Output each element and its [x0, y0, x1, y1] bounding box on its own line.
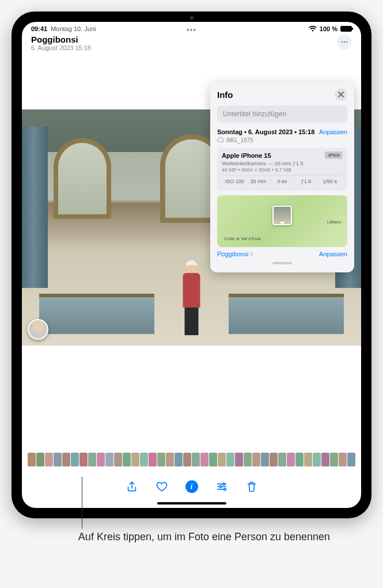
svg-point-1 [344, 41, 345, 43]
info-panel: Info Untertitel hinzufügen Sonntag • 6. … [210, 82, 354, 272]
caption-input[interactable]: Untertitel hinzufügen [217, 105, 347, 123]
thumbnail-strip[interactable] [22, 453, 361, 466]
thumbnail[interactable] [166, 453, 174, 466]
ellipsis-icon [340, 38, 348, 46]
exif-aperture: ƒ1.6 [294, 179, 318, 184]
thumbnail[interactable] [330, 453, 338, 466]
thumbnail[interactable] [226, 453, 234, 466]
favorite-icon[interactable] [156, 480, 168, 493]
location-link[interactable]: Poggibonsi [217, 251, 254, 257]
thumbnail[interactable] [54, 453, 62, 466]
resolution-info: 48 MP • 8064 × 6048 • 9,7 MB [222, 167, 343, 173]
callout-text: Auf Kreis tippen, um im Foto eine Person… [78, 530, 330, 544]
thumbnail[interactable] [287, 453, 295, 466]
status-date: Montag 10. Juni [51, 25, 96, 32]
share-icon[interactable] [126, 480, 138, 493]
callout: Auf Kreis tippen, um im Foto eine Person… [53, 530, 330, 544]
thumbnail[interactable] [244, 453, 252, 466]
photo-decor [39, 294, 154, 334]
svg-point-5 [223, 488, 226, 491]
photo-decor [54, 138, 111, 219]
wifi-icon [309, 26, 317, 32]
thumbnail[interactable] [347, 453, 355, 466]
thumbnail[interactable] [62, 453, 70, 466]
thumbnail[interactable] [28, 453, 36, 466]
thumbnail[interactable] [278, 453, 286, 466]
adjust-location-link[interactable]: Anpassen [319, 251, 347, 257]
exif-focal: 26 mm [247, 179, 270, 184]
thumbnail[interactable] [131, 453, 139, 466]
format-badge: JPEG [325, 151, 343, 159]
photo-header: Poggibonsi 6. August 2023 15:18 [22, 33, 361, 55]
info-button-active[interactable]: i [185, 480, 198, 493]
callout-leader-line [82, 477, 82, 529]
thumbnail[interactable] [218, 453, 226, 466]
battery-icon [340, 26, 352, 32]
map-place-label: Colle di Val d'Elsa [224, 236, 261, 241]
thumbnail[interactable] [321, 453, 329, 466]
location-title: Poggibonsi [31, 35, 91, 44]
photo-decor [22, 127, 48, 288]
thumbnail[interactable] [114, 453, 122, 466]
svg-point-3 [222, 483, 225, 485]
status-bar: 09:41 Montag 10. Juni ••• 100 % [22, 22, 361, 33]
thumbnail[interactable] [105, 453, 113, 466]
thumbnail[interactable] [157, 453, 165, 466]
thumbnail[interactable] [209, 453, 217, 466]
bottom-toolbar: i [22, 480, 361, 493]
person-in-photo [176, 260, 207, 335]
map-place-label: Lilliano [327, 219, 342, 225]
svg-point-2 [346, 41, 347, 43]
home-indicator[interactable] [157, 502, 226, 504]
cloud-icon [217, 136, 224, 143]
front-camera [190, 16, 194, 20]
thumbnail[interactable] [252, 453, 260, 466]
screen: 09:41 Montag 10. Juni ••• 100 % Poggibon… [22, 22, 361, 508]
thumbnail[interactable] [123, 453, 131, 466]
trash-icon[interactable] [245, 480, 258, 493]
device-name: Apple iPhone 15 [222, 152, 271, 159]
thumbnail[interactable] [270, 453, 278, 466]
face-tag-circle[interactable] [28, 319, 48, 340]
photo-viewer[interactable]: Info Untertitel hinzufügen Sonntag • 6. … [22, 55, 361, 377]
thumbnail[interactable] [88, 453, 96, 466]
thumbnail[interactable] [140, 453, 148, 466]
panel-drag-handle[interactable] [272, 262, 292, 264]
thumbnail[interactable] [313, 453, 321, 466]
close-button[interactable] [335, 88, 347, 101]
thumbnail[interactable] [235, 453, 243, 466]
location-link-text: Poggibonsi [217, 251, 248, 257]
exif-iso: ISO 100 [223, 179, 247, 184]
thumbnail[interactable] [79, 453, 88, 466]
location-map[interactable]: Colle di Val d'Elsa Lilliano [217, 195, 347, 247]
exif-ev: 0 ev [271, 179, 294, 184]
info-panel-title: Info [217, 90, 233, 100]
multitask-indicator[interactable]: ••• [187, 25, 197, 35]
info-date: Sonntag • 6. August 2023 • 15:18 [217, 128, 314, 135]
chevron-right-icon [249, 252, 254, 256]
adjust-icon[interactable] [215, 480, 228, 493]
more-button[interactable] [337, 35, 352, 50]
thumbnail[interactable] [183, 453, 191, 466]
adjust-date-link[interactable]: Anpassen [319, 128, 347, 135]
device-metadata: Apple iPhone 15 JPEG Weitwinkelkamera — … [217, 148, 347, 191]
thumbnail[interactable] [261, 453, 269, 466]
photo-datetime: 6. August 2023 15:18 [31, 44, 91, 51]
thumbnail[interactable] [304, 453, 312, 466]
thumbnail[interactable] [192, 453, 200, 466]
thumbnail[interactable] [45, 453, 53, 466]
thumbnail[interactable] [200, 453, 208, 466]
thumbnail[interactable] [149, 453, 157, 466]
photo-decor [229, 294, 344, 334]
thumbnail[interactable] [36, 453, 44, 466]
thumbnail[interactable] [175, 453, 183, 466]
thumbnail[interactable] [295, 453, 304, 466]
thumbnail[interactable] [71, 453, 79, 466]
map-photo-pin [272, 206, 292, 225]
status-time: 09:41 [31, 25, 47, 32]
thumbnail[interactable] [97, 453, 105, 466]
ipad-frame: 09:41 Montag 10. Juni ••• 100 % Poggibon… [12, 12, 371, 518]
exif-row: ISO 100 26 mm 0 ev ƒ1.6 1/60 s [222, 175, 343, 187]
svg-point-0 [342, 41, 343, 43]
thumbnail[interactable] [339, 453, 347, 466]
